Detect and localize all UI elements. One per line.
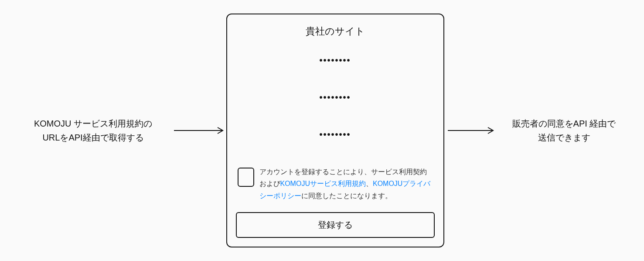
consent-text: アカウントを登録することにより、サービス利用契約およびKOMOJUサービス利用規… [259, 166, 433, 202]
form-placeholder-row: •••••••• [319, 55, 351, 65]
left-description-line1: KOMOJU サービス利用規約の [17, 117, 170, 130]
card-title: 貴社のサイト [236, 25, 435, 38]
register-button[interactable]: 登録する [236, 212, 435, 238]
your-site-card: 貴社のサイト •••••••• •••••••• •••••••• アカウントを… [226, 14, 444, 247]
flow-diagram: KOMOJU サービス利用規約の URLをAPI経由で取得する 貴社のサイト •… [0, 14, 644, 247]
left-description: KOMOJU サービス利用規約の URLをAPI経由で取得する [17, 117, 174, 144]
consent-row: アカウントを登録することにより、サービス利用契約およびKOMOJUサービス利用規… [236, 166, 435, 202]
form-placeholder-row: •••••••• [319, 130, 351, 140]
form-placeholder-group: •••••••• •••••••• •••••••• [236, 55, 435, 140]
arrow-right-icon [444, 126, 497, 135]
consent-checkbox[interactable] [238, 168, 254, 187]
right-description: 販売者の同意をAPI 経由で 送信できます [497, 117, 627, 144]
form-placeholder-row: •••••••• [319, 93, 351, 103]
consent-separator: 、 [366, 180, 373, 187]
right-description-line2: 送信できます [501, 130, 627, 144]
right-description-line1: 販売者の同意をAPI 経由で [501, 117, 627, 130]
terms-link[interactable]: KOMOJUサービス利用規約 [280, 180, 366, 187]
arrow-left-icon [174, 126, 226, 135]
consent-text-after: に同意したことになります。 [301, 192, 392, 199]
left-description-line2: URLをAPI経由で取得する [17, 130, 170, 144]
